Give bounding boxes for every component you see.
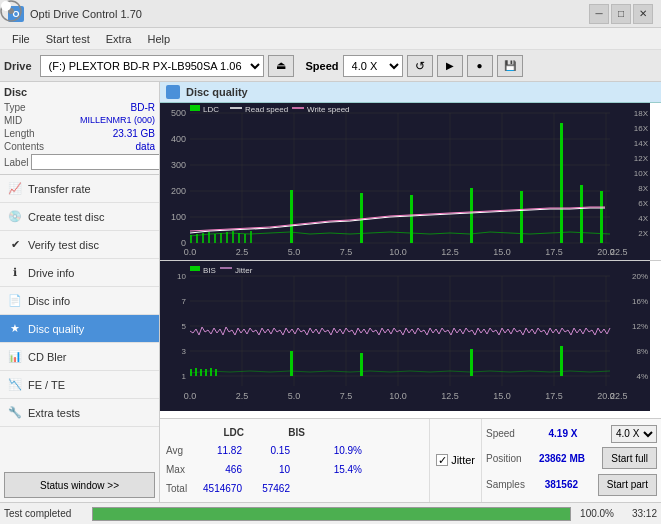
stats-max-jitter: 15.4%: [322, 464, 362, 475]
svg-text:BIS: BIS: [203, 266, 216, 275]
svg-text:10.0: 10.0: [389, 391, 407, 401]
svg-text:Read speed: Read speed: [245, 105, 288, 114]
nav-item-cd-bler[interactable]: 📊 CD Bler: [0, 343, 159, 371]
svg-text:18X: 18X: [634, 109, 649, 118]
bottom-bar: Test completed 100.0% 33:12: [0, 502, 661, 524]
disc-panel: Disc Type BD-R MID MILLENMR1 (000) Lengt…: [0, 82, 159, 175]
svg-rect-57: [470, 188, 473, 243]
nav-item-transfer-rate[interactable]: 📈 Transfer rate: [0, 175, 159, 203]
svg-text:16X: 16X: [634, 124, 649, 133]
status-window-button[interactable]: Status window >>: [4, 472, 155, 498]
svg-text:12.5: 12.5: [441, 247, 459, 257]
stats-speed-select[interactable]: 4.0 X: [611, 425, 657, 443]
lower-chart: 1 3 5 7 10 20% 16% 12% 8% 4% 0.0 2.5: [160, 261, 661, 418]
nav-item-transfer-rate-label: Transfer rate: [28, 183, 91, 195]
svg-rect-60: [580, 185, 583, 243]
svg-text:400: 400: [171, 134, 186, 144]
nav-item-drive-info[interactable]: ℹ Drive info: [0, 259, 159, 287]
nav-item-verify-test-disc[interactable]: ✔ Verify test disc: [0, 231, 159, 259]
disc-label-input[interactable]: [31, 154, 160, 170]
svg-text:5.0: 5.0: [288, 391, 301, 401]
cd-bler-icon: 📊: [8, 350, 22, 364]
svg-rect-55: [360, 193, 363, 243]
menu-extra[interactable]: Extra: [98, 31, 140, 47]
svg-text:2X: 2X: [638, 229, 648, 238]
svg-text:12X: 12X: [634, 154, 649, 163]
nav-item-create-test-disc[interactable]: 💿 Create test disc: [0, 203, 159, 231]
svg-text:0.0: 0.0: [184, 247, 197, 257]
status-window-label: Status window >>: [40, 480, 119, 491]
nav-item-create-test-disc-label: Create test disc: [28, 211, 104, 223]
nav-item-verify-test-disc-label: Verify test disc: [28, 239, 99, 251]
jitter-checkbox[interactable]: ✓: [436, 454, 448, 466]
progress-bar-fill: [93, 508, 570, 520]
svg-text:10X: 10X: [634, 169, 649, 178]
menu-help[interactable]: Help: [139, 31, 178, 47]
main-row: Disc Type BD-R MID MILLENMR1 (000) Lengt…: [0, 82, 661, 502]
svg-rect-111: [215, 369, 217, 376]
stats-col-spacer: [321, 427, 331, 438]
nav-item-drive-info-label: Drive info: [28, 267, 74, 279]
content-col: Disc quality: [160, 82, 661, 502]
stats-position-label: Position: [486, 453, 522, 464]
maximize-button[interactable]: □: [611, 4, 631, 24]
svg-text:14X: 14X: [634, 139, 649, 148]
upper-chart: 0 100 200 300 400 500 0.0 2.5 5.0 7.5 10…: [160, 103, 661, 261]
disc-panel-title: Disc: [4, 86, 27, 98]
fe-te-icon: 📉: [8, 378, 22, 392]
nav-item-fe-te[interactable]: 📉 FE / TE: [0, 371, 159, 399]
svg-text:8%: 8%: [636, 347, 648, 356]
menu-start-test[interactable]: Start test: [38, 31, 98, 47]
refresh-button[interactable]: ↺: [407, 55, 433, 77]
start-part-button[interactable]: Start part: [598, 474, 657, 496]
svg-text:500: 500: [171, 108, 186, 118]
nav-item-fe-te-label: FE / TE: [28, 379, 65, 391]
stats-total-label: Total: [166, 483, 194, 494]
svg-rect-47: [214, 234, 216, 243]
svg-rect-109: [205, 369, 207, 376]
minimize-button[interactable]: ─: [589, 4, 609, 24]
drive-select[interactable]: (F:) PLEXTOR BD-R PX-LB950SA 1.06: [40, 55, 264, 77]
svg-rect-113: [360, 353, 363, 376]
save-button[interactable]: 💾: [497, 55, 523, 77]
close-button[interactable]: ✕: [633, 4, 653, 24]
svg-text:7.5: 7.5: [340, 247, 353, 257]
svg-rect-48: [220, 233, 222, 243]
svg-rect-58: [520, 191, 523, 243]
svg-rect-108: [200, 369, 202, 376]
read-button[interactable]: ▶: [437, 55, 463, 77]
disc-length-value: 23.31 GB: [113, 128, 155, 139]
svg-text:4X: 4X: [638, 214, 648, 223]
stats-headers: LDC BIS: [166, 427, 423, 438]
nav-item-disc-quality-label: Disc quality: [28, 323, 84, 335]
disc-quality-title: Disc quality: [186, 86, 248, 98]
sidebar: Disc Type BD-R MID MILLENMR1 (000) Lengt…: [0, 82, 160, 502]
disc-quality-header: Disc quality: [160, 82, 661, 103]
disc-type-label: Type: [4, 102, 26, 113]
svg-rect-51: [238, 233, 240, 243]
svg-text:7: 7: [182, 297, 187, 306]
disc-contents-label: Contents: [4, 141, 44, 152]
speed-select[interactable]: 4.0 X: [343, 55, 403, 77]
nav-item-disc-quality[interactable]: ★ Disc quality: [0, 315, 159, 343]
disc-mid-label: MID: [4, 115, 22, 126]
verify-test-disc-icon: ✔: [8, 238, 22, 252]
nav-item-disc-info-label: Disc info: [28, 295, 70, 307]
start-full-button[interactable]: Start full: [602, 447, 657, 469]
menu-file[interactable]: File: [4, 31, 38, 47]
nav-item-extra-tests[interactable]: 🔧 Extra tests: [0, 399, 159, 427]
write-button[interactable]: ●: [467, 55, 493, 77]
svg-text:5.0: 5.0: [288, 247, 301, 257]
eject-button[interactable]: ⏏: [268, 55, 294, 77]
nav-item-disc-info[interactable]: 📄 Disc info: [0, 287, 159, 315]
disc-info-icon: 📄: [8, 294, 22, 308]
svg-text:Write speed: Write speed: [307, 105, 350, 114]
drive-toolbar: Drive (F:) PLEXTOR BD-R PX-LB950SA 1.06 …: [0, 50, 661, 82]
stats-left: LDC BIS Avg 11.82 0.15 10.9% Max 466: [160, 419, 429, 502]
svg-text:1: 1: [182, 372, 187, 381]
svg-text:20%: 20%: [632, 272, 648, 281]
svg-rect-68: [160, 261, 650, 411]
status-label: Test completed: [4, 508, 84, 519]
stats-col-bis: BIS: [260, 427, 305, 438]
svg-text:200: 200: [171, 186, 186, 196]
